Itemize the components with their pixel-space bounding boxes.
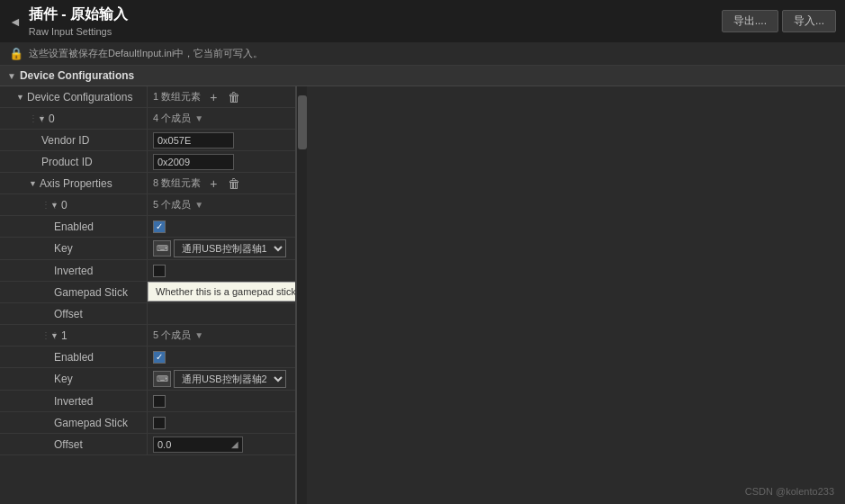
axis-props-label: ▼ Axis Properties [0,173,148,194]
axis-0-expand-icon: ▼ [50,201,59,210]
index-0-label: ⋮⋮ ▼ 0 [0,108,148,129]
enabled-value[interactable] [148,216,295,237]
inverted-checkbox[interactable] [153,265,166,277]
expand-arrow-icon: ▼ [16,93,25,102]
offset2-row: Offset 0.0 ◢ [0,434,295,455]
page-subtitle: Raw Input Settings [29,26,128,37]
device-config-label: ▼ Device Configurations [0,86,148,107]
offset2-expand-icon[interactable]: ◢ [231,439,238,449]
properties-table: ▼ Device Configurations 1 数组元素 + 🗑 ⋮⋮ ▼ … [0,86,295,455]
drag-handle-icon: ⋮⋮ [29,113,36,123]
page-title: 插件 - 原始输入 [29,5,128,24]
inverted2-row: Inverted [0,391,295,412]
enabled-checkbox[interactable] [153,220,166,233]
enabled2-checkbox[interactable] [153,351,166,364]
vendor-id-label: Vendor ID [0,130,148,150]
gamepad-stick-label: Gamepad Stick [0,282,148,302]
vendor-id-value[interactable] [148,130,295,150]
info-bar: 🔒 这些设置被保存在DefaultInput.ini中，它当前可写入。 [0,42,845,66]
import-button[interactable]: 导入... [782,10,836,32]
lock-icon: 🔒 [9,47,23,60]
axis-0-members-badge: 5 个成员 ▼ [153,198,203,212]
axis-drag-icon: ⋮⋮ [41,200,49,210]
offset2-value[interactable]: 0.0 ◢ [148,434,295,454]
gamepad-stick-row: Gamepad Stick Whether this is a gamepad … [0,282,295,303]
back-arrow-icon: ◄ [9,14,22,29]
gamepad-stick-value[interactable]: Whether this is a gamepad stick, which m… [148,282,295,302]
tooltip: Whether this is a gamepad stick, which m… [148,282,296,302]
expand-0-icon: ▼ [38,114,47,123]
enabled2-row: Enabled [0,346,295,368]
keyboard-icon: ⌨ [153,240,171,256]
axis-1-row: ⋮⋮ ▼ 1 5 个成员 ▼ [0,325,295,346]
vendor-id-input[interactable] [153,132,234,148]
key2-dropdown[interactable]: ⌨ 通用USB控制器轴2 [153,370,286,388]
axis-1-drag-icon: ⋮⋮ [41,330,49,340]
key-select[interactable]: 通用USB控制器轴1 [174,239,286,257]
gamepad-stick2-row: Gamepad Stick [0,412,295,434]
members-dropdown-icon[interactable]: ▼ [194,113,203,123]
enabled2-label: Enabled [0,346,148,367]
key-value[interactable]: ⌨ 通用USB控制器轴1 [148,238,295,259]
axis-0-members: 5 个成员 ▼ [148,194,295,215]
inverted2-label: Inverted [0,391,148,411]
add-axis-button[interactable]: + [208,176,219,191]
left-panel: ▼ Device Configurations 1 数组元素 + 🗑 ⋮⋮ ▼ … [0,86,296,504]
inverted2-checkbox[interactable] [153,395,166,408]
axis-expand-icon: ▼ [29,179,38,188]
offset2-label: Offset [0,434,148,454]
keyboard2-icon: ⌨ [153,371,171,387]
device-config-row: ▼ Device Configurations 1 数组元素 + 🗑 [0,86,295,108]
section-title: Device Configurations [20,69,134,82]
info-message: 这些设置被保存在DefaultInput.ini中，它当前可写入。 [29,47,263,60]
members-badge: 4 个成员 ▼ [153,112,203,125]
vendor-id-row: Vendor ID [0,130,295,151]
inverted-row: Inverted [0,260,295,282]
key-label: Key [0,238,148,259]
gamepad-stick2-checkbox[interactable] [153,417,166,429]
device-configurations-section: ▼ Device Configurations [0,66,845,86]
key2-label: Key [0,368,148,390]
key2-value[interactable]: ⌨ 通用USB控制器轴2 [148,368,295,390]
gamepad-stick2-value[interactable] [148,412,295,433]
key-dropdown[interactable]: ⌨ 通用USB控制器轴1 [153,239,286,257]
delete-device-button[interactable]: 🗑 [226,90,242,104]
product-id-value[interactable] [148,151,295,172]
enabled-label: Enabled [0,216,148,237]
product-id-row: Product ID [0,151,295,173]
scroll-thumb[interactable] [298,95,307,149]
axis-props-count: 8 数组元素 + 🗑 [148,173,295,194]
offset-label: Offset [0,303,148,324]
key-row: Key ⌨ 通用USB控制器轴1 [0,238,295,260]
axis-1-members: 5 个成员 ▼ [148,325,295,346]
offset2-input[interactable]: 0.0 ◢ [153,436,243,453]
axis-1-label: ⋮⋮ ▼ 1 [0,325,148,346]
inverted-label: Inverted [0,260,148,281]
enabled2-value[interactable] [148,346,295,367]
enabled-row: Enabled [0,216,295,238]
watermark: CSDN @kolento233 [745,486,834,497]
export-button[interactable]: 导出.... [722,10,778,32]
device-config-value: 1 数组元素 + 🗑 [148,86,295,107]
gamepad-stick2-label: Gamepad Stick [0,412,148,433]
axis-0-dropdown-icon[interactable]: ▼ [194,200,203,210]
title-bar: ◄ 插件 - 原始输入 Raw Input Settings 导出.... 导入… [0,0,845,42]
add-device-button[interactable]: + [208,90,219,104]
section-arrow-icon: ▼ [7,71,16,81]
delete-axis-button[interactable]: 🗑 [226,176,242,191]
count-badge: 1 数组元素 + 🗑 [153,90,242,104]
key2-row: Key ⌨ 通用USB控制器轴2 [0,368,295,391]
axis-1-dropdown-icon[interactable]: ▼ [194,330,203,340]
product-id-input[interactable] [153,154,234,170]
offset-value [148,303,295,324]
inverted-value[interactable] [148,260,295,281]
index-0-members: 4 个成员 ▼ [148,108,295,129]
axis-count-badge: 8 数组元素 + 🗑 [153,176,242,191]
key2-select[interactable]: 通用USB控制器轴2 [174,370,286,388]
index-0-row: ⋮⋮ ▼ 0 4 个成员 ▼ [0,108,295,130]
scrollbar[interactable] [296,86,307,504]
axis-props-row: ▼ Axis Properties 8 数组元素 + 🗑 [0,173,295,194]
inverted2-value[interactable] [148,391,295,411]
axis-1-members-badge: 5 个成员 ▼ [153,328,203,342]
main-content: ▼ Device Configurations 1 数组元素 + 🗑 ⋮⋮ ▼ … [0,86,845,504]
